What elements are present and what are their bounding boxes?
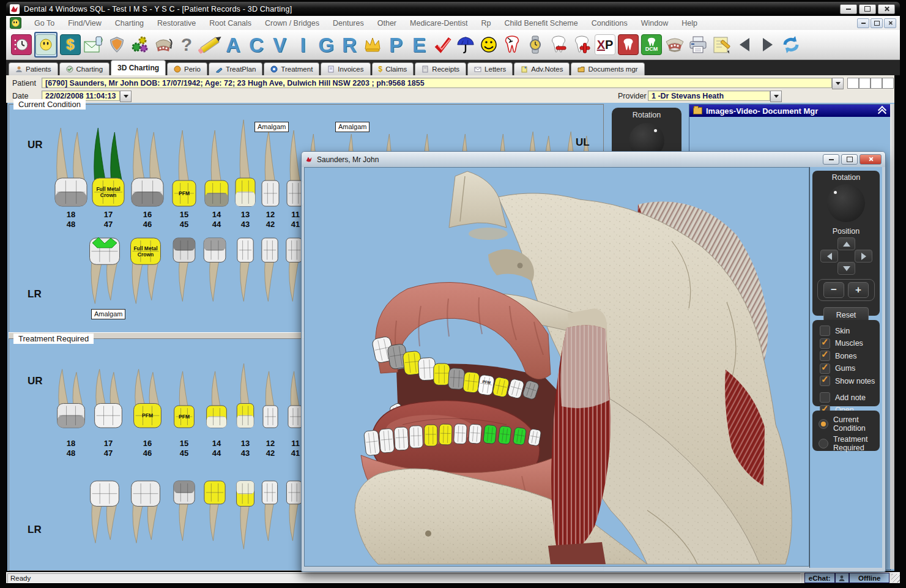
sms-email-button[interactable] <box>83 33 104 56</box>
notes-button[interactable] <box>711 33 732 56</box>
collapse-chevron-icon[interactable] <box>878 107 886 114</box>
tooth-13[interactable] <box>237 363 254 428</box>
tab-charting[interactable]: Charting <box>59 62 110 75</box>
back-button[interactable] <box>734 33 755 56</box>
forward-button[interactable] <box>757 33 778 56</box>
tooth[interactable] <box>286 238 302 301</box>
tooth-14[interactable] <box>205 130 228 206</box>
tooth-16[interactable] <box>132 128 163 206</box>
option-bones[interactable]: Bones <box>820 351 880 361</box>
tooth[interactable] <box>132 481 160 543</box>
xp-button[interactable]: XP <box>595 33 615 56</box>
3d-view-window[interactable]: Saunders, Mr John <box>301 151 886 572</box>
tab-treatment[interactable]: Treatment <box>264 62 319 75</box>
tab-claims[interactable]: $Claims <box>372 62 414 75</box>
tooth[interactable] <box>262 481 277 541</box>
tooth[interactable] <box>237 481 254 549</box>
tab-patients[interactable]: Patients <box>9 62 58 75</box>
crown-button[interactable] <box>362 33 383 56</box>
patient-field[interactable]: [6790] Saunders, Mr John DOB: 17/07/1942… <box>42 78 832 88</box>
tooth[interactable] <box>237 238 253 301</box>
menu-item-find-view[interactable]: Find/View <box>61 17 108 29</box>
position-down-button[interactable] <box>837 262 855 275</box>
3d-restore-button[interactable] <box>841 154 858 165</box>
mdi-restore-button[interactable] <box>871 18 883 28</box>
tooth[interactable] <box>204 238 226 301</box>
window-titlebar[interactable]: Dental 4 Windows SQL - Test I M S - Y S … <box>6 2 900 16</box>
tooth-15[interactable]: PFM <box>174 371 195 428</box>
skull-3d-render[interactable]: PFM <box>304 167 809 567</box>
3d-close-button[interactable] <box>860 154 882 165</box>
menu-item-other[interactable]: Other <box>371 17 403 29</box>
tooth-14[interactable] <box>207 371 227 428</box>
mdi-minimize-button[interactable] <box>857 18 869 28</box>
system-menu-icon[interactable] <box>10 17 21 29</box>
mdi-close-button[interactable] <box>884 18 896 28</box>
tooth[interactable] <box>286 481 302 541</box>
tab-documents-mgr[interactable]: Documents mgr <box>571 62 644 75</box>
checkbox-add-note[interactable] <box>820 392 830 403</box>
checkbox-show-notes[interactable] <box>820 376 830 386</box>
inlay-button[interactable]: I <box>292 33 313 56</box>
3d-window-titlebar[interactable]: Saunders, Mr John <box>302 152 885 167</box>
insurance-shield-button[interactable] <box>106 33 127 56</box>
tab-adv-notes[interactable]: Adv.Notes <box>514 62 570 75</box>
composite-button[interactable]: C <box>246 33 267 56</box>
tab-invoices[interactable]: Invoices <box>321 62 370 75</box>
tooth[interactable] <box>173 238 195 301</box>
checkbox-gums[interactable] <box>820 363 830 374</box>
cracked-tooth-button[interactable] <box>502 33 522 56</box>
option-skin[interactable]: Skin <box>820 326 880 336</box>
menu-item-conditions[interactable]: Conditions <box>585 17 634 29</box>
zoom-out-button[interactable]: − <box>823 282 844 298</box>
patient-quick-button-2[interactable] <box>859 78 871 89</box>
zoom-in-button[interactable]: + <box>848 282 869 298</box>
tooth[interactable]: Full MetalCrown <box>131 238 161 303</box>
amalgam-button[interactable]: A <box>223 33 243 56</box>
tooth-17[interactable]: Full MetalCrown <box>92 128 124 206</box>
tab-receipts[interactable]: Receipts <box>415 62 466 75</box>
provider-dropdown-button[interactable] <box>770 91 782 102</box>
position-left-button[interactable] <box>820 250 838 262</box>
3d-minimize-button[interactable] <box>823 154 839 165</box>
insurance-umbrella-button[interactable] <box>455 33 476 56</box>
dentures-button[interactable] <box>153 33 174 56</box>
tab-3d-charting[interactable]: 3D Charting <box>111 60 166 75</box>
happy-smiley-button[interactable] <box>478 33 499 56</box>
view-mode-treatment-required[interactable]: Treatment Required <box>819 435 880 452</box>
patient-file-button[interactable] <box>34 32 58 58</box>
tooth-12[interactable] <box>263 371 278 428</box>
option-add-note[interactable]: Add note <box>820 392 880 403</box>
checkbox-muscles[interactable] <box>820 338 830 349</box>
view-mode-current-condition[interactable]: Current Condition <box>819 415 880 433</box>
print-button[interactable] <box>688 33 708 56</box>
minimize-button[interactable] <box>840 4 857 14</box>
porcelain-button[interactable]: P <box>385 33 406 56</box>
tooth[interactable] <box>91 481 119 543</box>
position-up-button[interactable] <box>837 237 855 250</box>
date-dropdown-button[interactable] <box>120 91 132 102</box>
checkbox-bones[interactable] <box>820 351 830 361</box>
option-show-notes[interactable]: Show notes <box>820 376 880 386</box>
refresh-button[interactable] <box>781 33 801 56</box>
radio-treatment-required[interactable] <box>819 439 828 448</box>
images-video-header[interactable]: Images-Video- Document Mgr <box>689 105 890 117</box>
tooth-18[interactable] <box>55 128 87 206</box>
enamel-button[interactable]: E <box>409 33 429 56</box>
menu-item-child-benefit-scheme[interactable]: Child Benefit Scheme <box>497 17 584 29</box>
veneer-button[interactable]: V <box>269 33 290 56</box>
tooth-17[interactable] <box>95 369 122 428</box>
workspace-scrollbar[interactable] <box>890 104 894 569</box>
remove-tooth-button[interactable] <box>548 33 569 56</box>
resize-grip[interactable] <box>891 574 900 582</box>
tooth-13[interactable] <box>236 120 255 206</box>
tooth[interactable] <box>174 481 195 541</box>
edit-pencil-button[interactable] <box>199 33 220 56</box>
menu-item-go-to[interactable]: Go To <box>28 17 61 29</box>
confirm-check-button[interactable] <box>432 33 453 56</box>
menu-item-crown-bridges[interactable]: Crown / Bridges <box>258 17 326 29</box>
tooth[interactable] <box>262 238 278 301</box>
tab-perio[interactable]: Perio <box>167 62 207 75</box>
tab-treatplan[interactable]: TreatPlan <box>209 62 262 75</box>
missing-tooth-button[interactable] <box>618 33 639 56</box>
